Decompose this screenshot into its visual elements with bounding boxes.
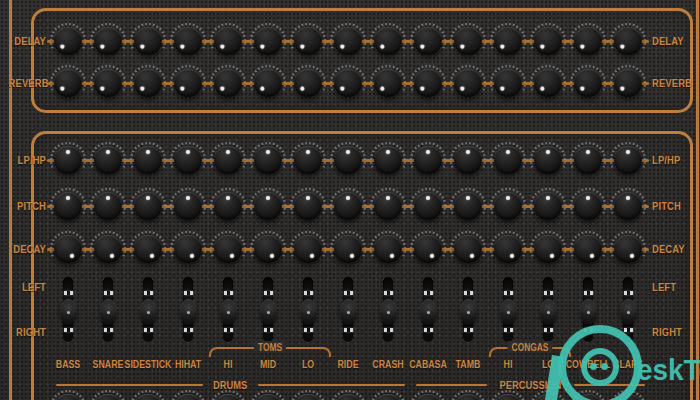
reverb-knob-sidestick[interactable] — [128, 63, 168, 103]
delay-knob-tom-hi[interactable] — [208, 21, 248, 61]
pitch-knob-tom-lo[interactable] — [288, 186, 328, 226]
pitch-knob-bass[interactable] — [48, 186, 88, 226]
delay-knob-snare[interactable] — [88, 21, 128, 61]
pan-slider-crash[interactable] — [378, 277, 398, 345]
slider-handle[interactable] — [580, 299, 597, 325]
reverb-knob-claps[interactable] — [608, 63, 648, 103]
pan-slider-cabasa[interactable] — [418, 277, 438, 345]
pitch-knob-tamb[interactable] — [448, 186, 488, 226]
pan-slider-conga-lo[interactable] — [538, 277, 558, 345]
decay-knob-claps[interactable] — [608, 229, 648, 269]
pan-slider-cowbell[interactable] — [578, 277, 598, 345]
slider-handle[interactable] — [420, 299, 437, 325]
pan-slider-bass[interactable] — [58, 277, 78, 345]
decay-knob-conga-hi[interactable] — [488, 229, 528, 269]
decay-knob-tamb[interactable] — [448, 229, 488, 269]
decay-knob-cowbell[interactable] — [568, 229, 608, 269]
lp-hp-knob-cabasa[interactable] — [408, 140, 448, 180]
decay-knob-hihat[interactable] — [168, 229, 208, 269]
reverb-knob-hihat[interactable] — [168, 63, 208, 103]
slider-handle[interactable] — [380, 299, 397, 325]
pitch-knob-sidestick[interactable] — [128, 186, 168, 226]
slider-handle[interactable] — [220, 299, 237, 325]
pan-slider-tom-mid[interactable] — [258, 277, 278, 345]
slider-handle[interactable] — [140, 299, 157, 325]
decay-knob-sidestick[interactable] — [128, 229, 168, 269]
pitch-knob-ride[interactable] — [328, 186, 368, 226]
pitch-knob-tom-mid[interactable] — [248, 186, 288, 226]
pitch-knob-snare[interactable] — [88, 186, 128, 226]
decay-knob-tom-hi[interactable] — [208, 229, 248, 269]
pitch-knob-conga-lo[interactable] — [528, 186, 568, 226]
slider-handle[interactable] — [620, 299, 637, 325]
pan-slider-tom-lo[interactable] — [298, 277, 318, 345]
pan-slider-snare[interactable] — [98, 277, 118, 345]
decay-knob-tom-mid[interactable] — [248, 229, 288, 269]
lp-hp-knob-conga-hi[interactable] — [488, 140, 528, 180]
delay-knob-conga-hi[interactable] — [488, 21, 528, 61]
reverb-knob-crash[interactable] — [368, 63, 408, 103]
decay-knob-ride[interactable] — [328, 229, 368, 269]
delay-knob-sidestick[interactable] — [128, 21, 168, 61]
lp-hp-knob-tamb[interactable] — [448, 140, 488, 180]
pitch-knob-claps[interactable] — [608, 186, 648, 226]
reverb-knob-cabasa[interactable] — [408, 63, 448, 103]
lp-hp-knob-claps[interactable] — [608, 140, 648, 180]
delay-knob-claps[interactable] — [608, 21, 648, 61]
lp-hp-knob-tom-lo[interactable] — [288, 140, 328, 180]
reverb-knob-tom-mid[interactable] — [248, 63, 288, 103]
delay-knob-tamb[interactable] — [448, 21, 488, 61]
delay-knob-conga-lo[interactable] — [528, 21, 568, 61]
pan-slider-tamb[interactable] — [458, 277, 478, 345]
decay-knob-conga-lo[interactable] — [528, 229, 568, 269]
decay-knob-tom-lo[interactable] — [288, 229, 328, 269]
pan-slider-sidestick[interactable] — [138, 277, 158, 345]
reverb-knob-tom-lo[interactable] — [288, 63, 328, 103]
delay-knob-bass[interactable] — [48, 21, 88, 61]
pitch-knob-tom-hi[interactable] — [208, 186, 248, 226]
decay-knob-cabasa[interactable] — [408, 229, 448, 269]
slider-handle[interactable] — [460, 299, 477, 325]
slider-handle[interactable] — [60, 299, 77, 325]
delay-knob-tom-lo[interactable] — [288, 21, 328, 61]
delay-knob-tom-mid[interactable] — [248, 21, 288, 61]
pitch-knob-cowbell[interactable] — [568, 186, 608, 226]
delay-knob-hihat[interactable] — [168, 21, 208, 61]
reverb-knob-cowbell[interactable] — [568, 63, 608, 103]
pan-slider-ride[interactable] — [338, 277, 358, 345]
reverb-knob-tom-hi[interactable] — [208, 63, 248, 103]
slider-handle[interactable] — [340, 299, 357, 325]
decay-knob-bass[interactable] — [48, 229, 88, 269]
pitch-knob-cabasa[interactable] — [408, 186, 448, 226]
lp-hp-knob-tom-mid[interactable] — [248, 140, 288, 180]
slider-handle[interactable] — [540, 299, 557, 325]
delay-knob-crash[interactable] — [368, 21, 408, 61]
lp-hp-knob-crash[interactable] — [368, 140, 408, 180]
lp-hp-knob-bass[interactable] — [48, 140, 88, 180]
pan-slider-claps[interactable] — [618, 277, 638, 345]
reverb-knob-bass[interactable] — [48, 63, 88, 103]
reverb-knob-conga-lo[interactable] — [528, 63, 568, 103]
slider-handle[interactable] — [100, 299, 117, 325]
lp-hp-knob-cowbell[interactable] — [568, 140, 608, 180]
slider-handle[interactable] — [260, 299, 277, 325]
lp-hp-knob-sidestick[interactable] — [128, 140, 168, 180]
delay-knob-cabasa[interactable] — [408, 21, 448, 61]
delay-knob-cowbell[interactable] — [568, 21, 608, 61]
decay-knob-crash[interactable] — [368, 229, 408, 269]
reverb-knob-tamb[interactable] — [448, 63, 488, 103]
slider-handle[interactable] — [180, 299, 197, 325]
slider-handle[interactable] — [300, 299, 317, 325]
pitch-knob-crash[interactable] — [368, 186, 408, 226]
lp-hp-knob-snare[interactable] — [88, 140, 128, 180]
pan-slider-conga-hi[interactable] — [498, 277, 518, 345]
lp-hp-knob-ride[interactable] — [328, 140, 368, 180]
delay-knob-ride[interactable] — [328, 21, 368, 61]
pitch-knob-conga-hi[interactable] — [488, 186, 528, 226]
lp-hp-knob-conga-lo[interactable] — [528, 140, 568, 180]
decay-knob-snare[interactable] — [88, 229, 128, 269]
pitch-knob-hihat[interactable] — [168, 186, 208, 226]
lp-hp-knob-hihat[interactable] — [168, 140, 208, 180]
reverb-knob-snare[interactable] — [88, 63, 128, 103]
reverb-knob-ride[interactable] — [328, 63, 368, 103]
